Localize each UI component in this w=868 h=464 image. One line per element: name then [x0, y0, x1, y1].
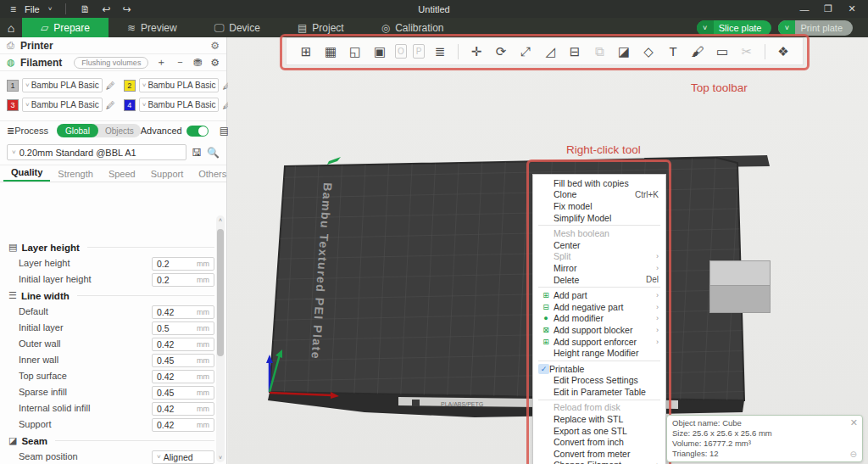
rotate-icon[interactable]: ⟳ — [492, 42, 510, 61]
tab-strength[interactable]: Strength — [50, 169, 101, 182]
remove-filament-icon[interactable]: － — [175, 55, 185, 70]
menu-item-fill-bed-with-copies[interactable]: Fill bed with copies — [533, 177, 665, 189]
move-icon[interactable]: ✛ — [467, 42, 486, 61]
search-preset-icon[interactable]: 🔍 — [207, 147, 220, 159]
param-input[interactable]: 0.42mm — [152, 402, 214, 416]
sidebar-scrollbar[interactable]: ˄ ˅ — [216, 215, 225, 462]
advanced-toggle[interactable] — [186, 126, 209, 137]
param-input[interactable]: 0.42mm — [152, 418, 214, 432]
new-file-icon[interactable]: 🗎 — [76, 3, 93, 15]
menu-item-add-modifier[interactable]: ●Add modifier› — [533, 313, 665, 325]
scroll-up-icon[interactable]: ˄ — [216, 217, 225, 223]
param-input[interactable]: 0.45mm — [152, 354, 214, 367]
text-icon[interactable]: T — [664, 42, 682, 61]
tab-quality[interactable]: Quality — [3, 167, 50, 182]
param-input[interactable]: 0.42mm — [152, 338, 214, 351]
param-input[interactable]: 0.42mm — [152, 305, 214, 319]
tab-project[interactable]: ▤Project — [279, 18, 363, 37]
mesh-boolean-icon[interactable]: ◇ — [639, 42, 658, 61]
edit-filament-icon[interactable]: 🖉 — [106, 100, 115, 110]
menu-item-delete[interactable]: DeleteDel — [533, 274, 665, 286]
arrange-icon[interactable]: ▣ — [370, 42, 389, 61]
add-plate-icon[interactable]: ▦ — [321, 42, 340, 61]
tab-speed[interactable]: Speed — [101, 169, 143, 182]
menu-item-simplify-model[interactable]: Simplify Model — [533, 212, 665, 224]
filament-select[interactable]: ˅Bambu PLA Basic — [139, 98, 220, 112]
close-button[interactable]: ✕ — [841, 3, 863, 14]
file-menu[interactable]: File — [25, 4, 40, 14]
process-preset-select[interactable]: ˅ 0.20mm Standard @BBL A1 — [7, 144, 186, 160]
filament-settings-gear-icon[interactable]: ⚙ — [210, 57, 220, 69]
filament-color-badge[interactable]: 1 — [7, 80, 19, 92]
tooltip-minimize-icon[interactable]: ⊖ — [850, 450, 857, 460]
printer-settings-gear-icon[interactable]: ⚙ — [210, 40, 220, 52]
print-plate-button[interactable]: ˅ Print plate — [778, 20, 853, 36]
menu-item-fix-model[interactable]: Fix model — [533, 200, 665, 212]
layers-icon[interactable]: ≣ — [431, 42, 449, 61]
param-input[interactable]: 0.2mm — [152, 257, 214, 271]
auto-orient-icon[interactable]: ◱ — [346, 42, 364, 61]
param-input[interactable]: 0.5mm — [152, 321, 214, 335]
global-objects-toggle[interactable]: Global Objects — [57, 124, 141, 137]
menu-item-add-part[interactable]: ⊞Add part› — [533, 289, 665, 301]
model-cube-top-face[interactable] — [709, 260, 771, 286]
redo-icon[interactable]: ↪ — [119, 3, 134, 15]
slice-dropdown-icon[interactable]: ˅ — [697, 20, 714, 36]
scale-icon[interactable]: ⤢ — [516, 42, 535, 61]
param-input[interactable]: 0.42mm — [152, 370, 214, 383]
filament-row[interactable]: ◍ Filament Flushing volumes ＋ － ⛃ ⚙ — [0, 54, 226, 71]
menu-item-center[interactable]: Center — [533, 239, 665, 251]
menu-item-convert-from-inch[interactable]: Convert from inch — [533, 436, 665, 448]
param-select[interactable]: ˅Aligned — [152, 450, 214, 464]
menu-item-mirror[interactable]: Mirror› — [533, 262, 665, 274]
add-model-icon[interactable]: ⊞ — [297, 42, 315, 61]
slice-plate-button[interactable]: ˅ Slice plate — [697, 20, 772, 36]
filament-color-badge[interactable]: 2 — [124, 80, 136, 92]
param-input[interactable]: 0.2mm — [152, 273, 214, 287]
model-cube-front-face[interactable] — [709, 286, 771, 313]
menu-item-convert-from-meter[interactable]: Convert from meter — [533, 448, 665, 460]
hamburger-menu-icon[interactable]: ≡ — [7, 3, 19, 15]
tab-calibration[interactable]: ◎Calibration — [363, 18, 463, 37]
add-filament-icon[interactable]: ＋ — [156, 55, 166, 70]
menu-item-edit-in-parameter-table[interactable]: Edit in Parameter Table — [533, 386, 665, 398]
menu-item-add-support-blocker[interactable]: ⊠Add support blocker› — [533, 324, 665, 336]
tooltip-close-icon[interactable]: ✕ — [850, 417, 858, 428]
save-preset-icon[interactable]: 🖫 — [192, 147, 202, 159]
restore-button[interactable]: ❐ — [817, 3, 839, 14]
menu-item-height-range-modifier[interactable]: Height range Modifier — [533, 347, 665, 359]
plate-edit-icon[interactable] — [327, 157, 341, 165]
global-segment[interactable]: Global — [57, 124, 98, 137]
print-dropdown-icon[interactable]: ˅ — [778, 20, 795, 36]
menu-item-replace-with-stl[interactable]: Replace with STL — [533, 413, 665, 425]
menu-item-export-as-one-stl[interactable]: Export as one STL — [533, 425, 665, 437]
chevron-down-icon[interactable]: ˅ — [45, 5, 56, 13]
scrollbar-thumb[interactable] — [217, 229, 224, 356]
param-input[interactable]: 0.45mm — [152, 386, 214, 400]
sync-filament-icon[interactable]: ⛃ — [193, 57, 202, 69]
menu-item-printable[interactable]: ✓Printable — [533, 363, 665, 375]
variable-layer-height-icon[interactable]: ◪ — [615, 42, 633, 61]
home-icon[interactable]: ⌂ — [0, 18, 22, 37]
menu-item-edit-process-settings[interactable]: Edit Process Settings — [533, 375, 665, 387]
menu-item-add-support-enforcer[interactable]: ⊞Add support enforcer› — [533, 336, 665, 348]
filament-select[interactable]: ˅Bambu PLA Basic — [139, 78, 220, 92]
flushing-volumes-button[interactable]: Flushing volumes — [74, 57, 148, 69]
filament-color-badge[interactable]: 3 — [7, 99, 19, 111]
tab-device[interactable]: 🖵Device — [196, 18, 279, 37]
menu-item-clone[interactable]: CloneCtrl+K — [533, 189, 665, 201]
tab-preview[interactable]: ≋Preview — [108, 18, 196, 37]
paint-icon[interactable]: 🖌 — [688, 42, 707, 61]
tab-support[interactable]: Support — [143, 169, 192, 182]
filament-select[interactable]: ˅Bambu PLA Basic — [22, 98, 103, 112]
undo-icon[interactable]: ↩ — [98, 3, 114, 15]
assembly-icon[interactable]: ❖ — [774, 42, 793, 61]
menu-item-change-filament[interactable]: Change Filament› — [533, 460, 665, 464]
minimize-button[interactable]: — — [793, 4, 815, 14]
filament-select[interactable]: ˅Bambu PLA Basic — [22, 78, 103, 92]
scroll-down-icon[interactable]: ˅ — [216, 455, 225, 461]
edit-filament-icon[interactable]: 🖉 — [106, 81, 115, 91]
printer-row[interactable]: ⎙ Printer ⚙ — [0, 37, 226, 54]
tab-prepare[interactable]: ▱Prepare — [22, 18, 108, 37]
filament-color-badge[interactable]: 4 — [124, 99, 136, 111]
